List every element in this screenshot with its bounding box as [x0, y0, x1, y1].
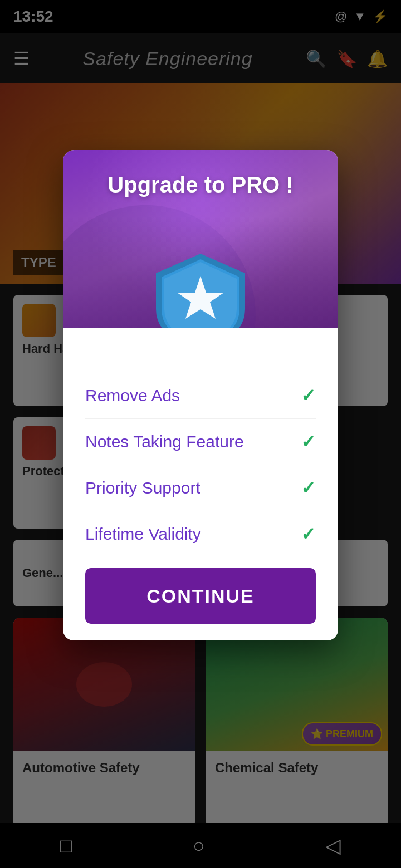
lifetime-label: Lifetime Validity	[85, 525, 201, 544]
feature-row-notes: Notes Taking Feature ✓	[85, 419, 316, 465]
feature-row-lifetime: Lifetime Validity ✓	[85, 511, 316, 557]
remove-ads-label: Remove Ads	[85, 386, 180, 405]
notes-label: Notes Taking Feature	[85, 432, 244, 451]
remove-ads-check: ✓	[301, 385, 316, 406]
feature-row-remove-ads: Remove Ads ✓	[85, 373, 316, 419]
lifetime-check: ✓	[301, 524, 316, 545]
dialog-body: Remove Ads ✓ Notes Taking Feature ✓ Prio…	[63, 328, 338, 640]
upgrade-dialog: Upgrade to PRO !	[63, 150, 338, 640]
notes-check: ✓	[301, 431, 316, 452]
shield-badge	[145, 248, 256, 328]
dialog-header: Upgrade to PRO !	[63, 150, 338, 328]
priority-label: Priority Support	[85, 479, 200, 497]
priority-check: ✓	[301, 477, 316, 499]
feature-row-priority: Priority Support ✓	[85, 465, 316, 511]
dialog-title: Upgrade to PRO !	[107, 172, 293, 198]
continue-button[interactable]: CONTINUE	[85, 568, 316, 624]
